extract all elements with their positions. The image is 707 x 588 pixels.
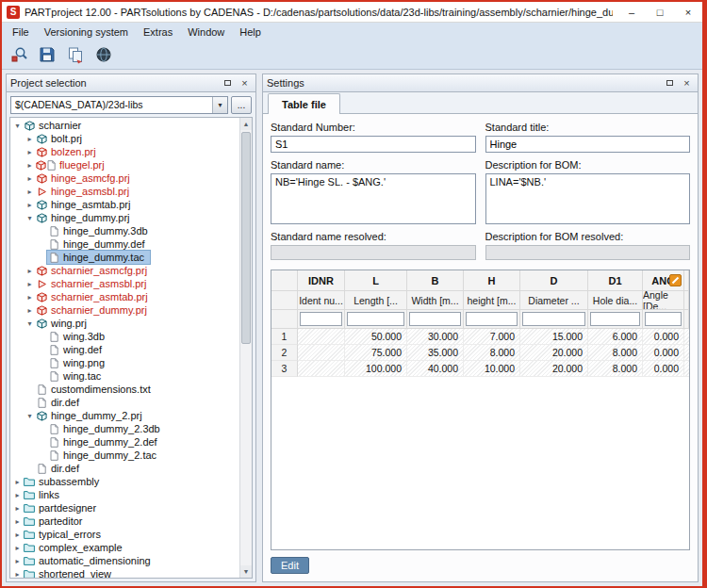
tree-item-hinge-dummy-2-tac[interactable]: hinge_dummy_2.tac bbox=[10, 449, 239, 462]
table-row[interactable]: 150.00030.0007.00015.0006.0000.000 bbox=[271, 329, 689, 345]
tree-item-complex-example[interactable]: ▸complex_example bbox=[10, 541, 239, 554]
column-header-d[interactable]: D bbox=[520, 270, 588, 291]
expand-icon[interactable]: ▸ bbox=[25, 174, 35, 183]
close-button[interactable]: × bbox=[674, 2, 702, 22]
tree-item-hinge-asmcfg-prj[interactable]: ▸hinge_asmcfg.prj bbox=[10, 172, 239, 185]
tree-item-wing-prj[interactable]: ▾wing.prj bbox=[10, 317, 239, 330]
collapse-icon[interactable]: ▾ bbox=[25, 319, 35, 328]
close-panel-icon[interactable]: × bbox=[680, 76, 694, 90]
table-row[interactable]: 3100.00040.00010.00020.0008.0000.000 bbox=[271, 361, 689, 377]
tree-item-wing-def[interactable]: wing.def bbox=[10, 343, 239, 356]
tree-item-bolt-prj[interactable]: ▸bolt.prj bbox=[10, 132, 239, 145]
toolbar-button-save[interactable] bbox=[35, 43, 59, 68]
float-panel-icon[interactable] bbox=[663, 76, 677, 90]
tree-item-partdesigner[interactable]: ▸partdesigner bbox=[10, 501, 239, 514]
scroll-track[interactable] bbox=[240, 130, 252, 565]
toolbar-button-copy-project[interactable] bbox=[63, 43, 88, 68]
menu-item-window[interactable]: Window bbox=[180, 23, 232, 41]
filter-input-idnr[interactable] bbox=[300, 312, 342, 326]
chevron-down-icon[interactable]: ▾ bbox=[212, 97, 227, 113]
close-panel-icon[interactable]: × bbox=[238, 76, 252, 90]
tree-item-parteditor[interactable]: ▸parteditor bbox=[10, 514, 239, 528]
tree-item-hinge-dummy-def[interactable]: hinge_dummy.def bbox=[10, 237, 239, 251]
menu-item-extras[interactable]: Extras bbox=[136, 23, 180, 41]
collapse-icon[interactable]: ▾ bbox=[25, 214, 35, 222]
expand-icon[interactable]: ▸ bbox=[25, 188, 35, 196]
tree-item-shortened-view[interactable]: ▸shortened_view bbox=[10, 567, 239, 578]
tab-table-file[interactable]: Table file bbox=[268, 93, 340, 114]
tree-scrollbar[interactable]: ▲ ▼ bbox=[239, 118, 252, 578]
expand-icon[interactable]: ▸ bbox=[25, 148, 35, 156]
standard-title-input[interactable] bbox=[485, 136, 691, 153]
column-config-icon[interactable] bbox=[669, 274, 682, 286]
bom-description-textarea[interactable]: LINA='$NB.' bbox=[485, 173, 691, 224]
menu-item-file[interactable]: File bbox=[5, 23, 37, 41]
column-header-d1[interactable]: D1 bbox=[588, 270, 643, 291]
tree-item-hinge-asmsbl-prj[interactable]: ▸hinge_asmsbl.prj bbox=[10, 185, 239, 198]
column-header-ang[interactable]: ANG bbox=[643, 270, 684, 291]
tree-item-scharnier-asmcfg-prj[interactable]: ▸scharnier_asmcfg.prj bbox=[10, 264, 239, 277]
column-header-h[interactable]: H bbox=[464, 270, 520, 291]
column-header-b[interactable]: B bbox=[407, 270, 464, 291]
tree-item-scharnier-asmsbl-prj[interactable]: ▸scharnier_asmsbl.prj bbox=[10, 277, 239, 290]
collapse-icon[interactable]: ▾ bbox=[25, 412, 35, 420]
tree-item-dir-def[interactable]: dir.def bbox=[10, 462, 239, 475]
filter-input-l[interactable] bbox=[347, 312, 404, 326]
toolbar-button-project-search[interactable] bbox=[7, 43, 31, 68]
menu-item-versioning-system[interactable]: Versioning system bbox=[37, 23, 136, 41]
filter-input-d1[interactable] bbox=[590, 312, 640, 326]
filter-input-d[interactable] bbox=[522, 312, 585, 326]
filter-input-b[interactable] bbox=[409, 312, 461, 326]
tree-item-hinge-asmtab-prj[interactable]: ▸hinge_asmtab.prj bbox=[10, 198, 239, 211]
filter-input-ang[interactable] bbox=[645, 312, 682, 326]
browse-button[interactable]: ... bbox=[231, 96, 252, 114]
edit-button[interactable]: Edit bbox=[271, 557, 309, 574]
standard-name-textarea[interactable]: NB='Hinge SL. - $ANG.' bbox=[271, 173, 476, 224]
filter-input-h[interactable] bbox=[466, 312, 518, 326]
tree-item-automatic-dimensioning[interactable]: ▸automatic_dimensioning bbox=[10, 554, 239, 567]
standard-number-input[interactable] bbox=[271, 136, 476, 153]
tree-item-fluegel-prj[interactable]: ▸fluegel.prj bbox=[10, 158, 239, 172]
tree-item-customdimensions-txt[interactable]: customdimensions.txt bbox=[10, 383, 239, 396]
expand-icon[interactable]: ▸ bbox=[25, 267, 35, 275]
tree-item-hinge-dummy-3db[interactable]: hinge_dummy.3db bbox=[10, 224, 239, 237]
collapse-icon[interactable]: ▾ bbox=[12, 122, 23, 130]
tree-item-scharnier[interactable]: ▾scharnier bbox=[10, 119, 239, 132]
expand-icon[interactable]: ▸ bbox=[12, 504, 23, 513]
menu-item-help[interactable]: Help bbox=[232, 23, 269, 41]
maximize-button[interactable]: □ bbox=[646, 2, 674, 22]
minimize-button[interactable]: – bbox=[617, 2, 646, 22]
expand-icon[interactable]: ▸ bbox=[25, 201, 35, 209]
tree-item-bolzen-prj[interactable]: ▸bolzen.prj bbox=[10, 145, 239, 158]
tree-item-hinge-dummy-2-prj[interactable]: ▾hinge_dummy_2.prj bbox=[10, 409, 239, 422]
tree-item-scharnier-dummy-prj[interactable]: ▸scharnier_dummy.prj bbox=[10, 303, 239, 317]
tree-item-hinge-dummy-tac[interactable]: hinge_dummy.tac bbox=[10, 251, 239, 264]
tree-item-links[interactable]: ▸links bbox=[10, 488, 239, 501]
expand-icon[interactable]: ▸ bbox=[25, 280, 35, 288]
tree-item-wing-png[interactable]: wing.png bbox=[10, 356, 239, 369]
column-header-idnr[interactable]: IDNR bbox=[298, 270, 345, 291]
expand-icon[interactable]: ▸ bbox=[25, 161, 35, 170]
expand-icon[interactable]: ▸ bbox=[12, 531, 23, 539]
table-row[interactable]: 275.00035.0008.00020.0008.0000.000 bbox=[271, 345, 689, 361]
scroll-down-icon[interactable]: ▼ bbox=[240, 565, 252, 578]
expand-icon[interactable]: ▸ bbox=[12, 491, 23, 499]
expand-icon[interactable]: ▸ bbox=[12, 557, 23, 565]
expand-icon[interactable]: ▸ bbox=[12, 570, 23, 579]
expand-icon[interactable]: ▸ bbox=[25, 293, 35, 302]
expand-icon[interactable]: ▸ bbox=[12, 544, 23, 552]
expand-icon[interactable]: ▸ bbox=[25, 306, 35, 315]
tree-item-dir-def[interactable]: dir.def bbox=[10, 396, 239, 409]
tree-item-scharnier-asmtab-prj[interactable]: ▸scharnier_asmtab.prj bbox=[10, 290, 239, 303]
tree-item-hinge-dummy-prj[interactable]: ▾hinge_dummy.prj bbox=[10, 211, 239, 224]
tree-item-wing-tac[interactable]: wing.tac bbox=[10, 369, 239, 383]
toolbar-button-publish[interactable] bbox=[91, 43, 116, 68]
expand-icon[interactable]: ▸ bbox=[12, 478, 23, 486]
float-panel-icon[interactable] bbox=[221, 76, 235, 90]
path-combobox[interactable]: $(CADENAS_DATA)/23d-libs ▾ bbox=[10, 96, 228, 114]
tree-item-typical-errors[interactable]: ▸typical_errors bbox=[10, 528, 239, 541]
tree-item-subassembly[interactable]: ▸subassembly bbox=[10, 475, 239, 488]
expand-icon[interactable]: ▸ bbox=[12, 517, 23, 526]
tree-item-wing-3db[interactable]: wing.3db bbox=[10, 330, 239, 343]
tree-item-hinge-dummy-2-def[interactable]: hinge_dummy_2.def bbox=[10, 435, 239, 449]
